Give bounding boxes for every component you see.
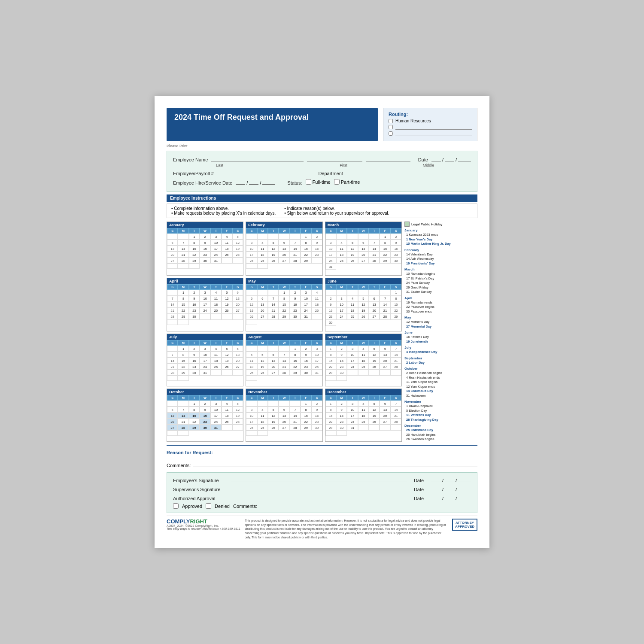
cal-day[interactable]: 19 (347, 252, 358, 258)
cal-day[interactable]: 7 (369, 240, 380, 246)
cal-day[interactable]: 30 (301, 370, 311, 376)
cal-day[interactable]: 30 (336, 370, 347, 376)
cal-day[interactable]: 29 (301, 425, 311, 431)
cal-day[interactable]: 19 (369, 358, 380, 364)
cal-day[interactable]: 28 (167, 314, 178, 320)
cal-day[interactable]: 15 (290, 358, 301, 364)
cal-day[interactable]: 9 (189, 296, 200, 302)
cal-day[interactable]: 9 (311, 240, 322, 246)
cal-day[interactable]: 18 (311, 302, 322, 308)
cal-day[interactable] (369, 234, 380, 240)
cal-day[interactable]: 25 (246, 370, 257, 376)
cal-day[interactable]: 7 (279, 352, 289, 358)
cal-day[interactable]: 18 (358, 413, 369, 419)
cal-day[interactable]: 16 (200, 413, 210, 419)
cal-day[interactable] (246, 290, 257, 296)
cal-day[interactable]: 4 (311, 290, 322, 296)
cal-day[interactable] (246, 346, 257, 352)
cal-day[interactable]: 29 (391, 314, 401, 320)
cal-day[interactable]: 26 (358, 314, 369, 320)
cal-day[interactable]: 27 (279, 425, 289, 431)
cal-day[interactable]: 22 (189, 419, 200, 425)
cal-day[interactable]: 16 (311, 246, 322, 252)
cal-day[interactable]: 10 (347, 407, 358, 413)
cal-day[interactable]: 9 (391, 240, 401, 246)
cal-day[interactable]: 22 (325, 419, 336, 425)
cal-day[interactable]: 28 (178, 425, 188, 431)
cal-day[interactable]: 9 (200, 407, 210, 413)
cal-day[interactable]: 27 (167, 258, 178, 264)
cal-day[interactable]: 10 (325, 246, 336, 252)
cal-day[interactable] (257, 431, 268, 436)
cal-day[interactable] (268, 346, 279, 352)
cal-day[interactable]: 13 (268, 358, 279, 364)
cal-day[interactable]: 13 (358, 246, 369, 252)
cal-day[interactable]: 28 (369, 258, 380, 264)
cal-day[interactable] (200, 314, 210, 320)
cal-day[interactable]: 22 (189, 252, 200, 258)
cal-day[interactable]: 24 (210, 419, 221, 425)
cal-day[interactable] (380, 290, 390, 296)
cal-day[interactable]: 19 (222, 358, 232, 364)
cal-day[interactable]: 27 (232, 308, 243, 314)
cal-day[interactable]: 18 (210, 302, 221, 308)
cal-day[interactable] (336, 234, 347, 240)
cal-day[interactable]: 26 (369, 364, 380, 370)
cal-day[interactable]: 8 (178, 296, 188, 302)
cal-day[interactable]: 15 (189, 413, 200, 419)
cal-day[interactable]: 25 (222, 419, 232, 425)
cal-day[interactable] (210, 314, 221, 320)
cal-day[interactable]: 13 (257, 302, 268, 308)
cal-day[interactable]: 29 (301, 258, 311, 264)
cal-day[interactable]: 29 (325, 425, 336, 431)
authorized-sig-line[interactable] (231, 494, 407, 500)
cal-day[interactable]: 13 (380, 352, 390, 358)
cal-day[interactable]: 5 (358, 296, 369, 302)
cal-day[interactable]: 27 (358, 258, 369, 264)
cal-day[interactable] (178, 320, 188, 325)
cal-day[interactable]: 25 (222, 252, 232, 258)
cal-day[interactable]: 1 (279, 290, 289, 296)
cal-day[interactable] (232, 370, 243, 376)
cal-day[interactable]: 6 (358, 240, 369, 246)
cal-day[interactable]: 8 (380, 240, 390, 246)
cal-day[interactable]: 18 (222, 246, 232, 252)
cal-day[interactable]: 10 (210, 407, 221, 413)
cal-day[interactable]: 3 (200, 290, 210, 296)
routing-checkbox-3[interactable] (389, 131, 393, 136)
reason-line[interactable] (216, 448, 477, 454)
cal-day[interactable]: 31 (347, 425, 358, 431)
cal-day[interactable]: 21 (268, 308, 279, 314)
cal-day[interactable]: 6 (279, 407, 289, 413)
cal-day[interactable]: 30 (290, 314, 301, 320)
cal-day[interactable]: 29 (178, 370, 188, 376)
cal-day[interactable] (178, 376, 188, 381)
cal-day[interactable]: 28 (268, 314, 279, 320)
cal-day[interactable]: 13 (232, 352, 243, 358)
cal-day[interactable] (246, 234, 257, 240)
employee-sig-line[interactable] (231, 476, 407, 482)
cal-day[interactable]: 10 (336, 302, 347, 308)
cal-day[interactable]: 5 (369, 401, 380, 407)
cal-day[interactable]: 8 (290, 352, 301, 358)
cal-day[interactable]: 28 (167, 370, 178, 376)
cal-day[interactable]: 11 (222, 240, 232, 246)
cal-day[interactable] (358, 234, 369, 240)
cal-day[interactable]: 6 (257, 296, 268, 302)
cal-day[interactable]: 12 (222, 296, 232, 302)
cal-day[interactable]: 15 (189, 246, 200, 252)
cal-day[interactable]: 27 (279, 258, 289, 264)
cal-day[interactable]: 15 (178, 302, 188, 308)
cal-day[interactable]: 15 (325, 413, 336, 419)
cal-day[interactable]: 6 (268, 352, 279, 358)
cal-day[interactable]: 9 (325, 302, 336, 308)
cal-day[interactable]: 21 (290, 252, 301, 258)
cal-day[interactable]: 10 (200, 352, 210, 358)
cal-day[interactable] (167, 320, 178, 325)
cal-day[interactable]: 29 (279, 314, 289, 320)
cal-day[interactable]: 5 (222, 346, 232, 352)
cal-day[interactable]: 16 (189, 358, 200, 364)
cal-day[interactable] (167, 431, 178, 436)
fulltime-checkbox[interactable] (306, 179, 311, 185)
cal-day[interactable]: 21 (391, 358, 401, 364)
